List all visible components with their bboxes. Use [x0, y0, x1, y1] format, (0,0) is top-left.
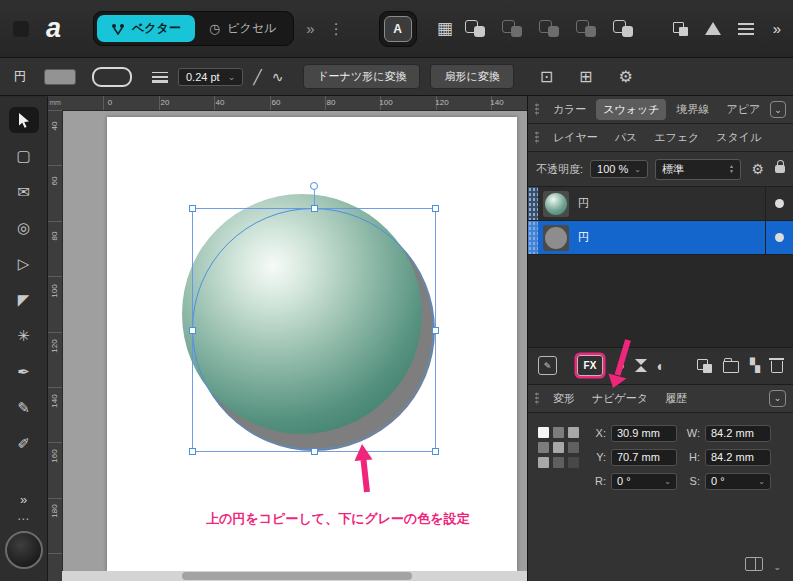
boolean-divide-icon[interactable] [576, 20, 596, 37]
selection-handle-n[interactable] [311, 205, 318, 212]
panel-collapse-chevron-icon[interactable]: ⌄ [769, 390, 786, 407]
pressure-profile-icon[interactable]: ∿ [272, 69, 284, 85]
gear-icon[interactable]: ⚙ [618, 67, 632, 86]
visibility-toggle-icon[interactable] [775, 233, 784, 242]
visibility-toggle-icon[interactable] [775, 199, 784, 208]
snapping-icon[interactable] [705, 22, 721, 35]
persona-tab-vector[interactable]: ベクター [97, 15, 195, 42]
edit-style-icon[interactable]: ✎ [538, 356, 557, 375]
shape-tool[interactable]: ◎ [9, 215, 39, 241]
boolean-intersect-icon[interactable] [539, 20, 559, 37]
move-tool[interactable] [9, 107, 39, 133]
tools-more-icon[interactable]: ⋯ [17, 512, 30, 526]
fill-color-well[interactable] [44, 69, 76, 85]
selection-handle-se[interactable] [432, 448, 439, 455]
tab-stroke[interactable]: 境界線 [669, 99, 716, 120]
x-field[interactable] [611, 425, 677, 442]
panel-collapse-chevron-icon[interactable]: ⌄ [770, 101, 786, 118]
alignment-options-icon[interactable] [738, 23, 754, 35]
ruler-mark: 80 [51, 229, 59, 243]
boolean-add-icon[interactable] [465, 20, 485, 37]
h-field[interactable] [705, 449, 771, 466]
tab-styles[interactable]: スタイル [709, 127, 768, 148]
artboard-tool[interactable]: ▢ [9, 143, 39, 169]
rotation-handle[interactable] [310, 182, 318, 190]
contour-tool[interactable]: ◤ [9, 287, 39, 313]
selection-handle-ne[interactable] [432, 205, 439, 212]
panel-grip[interactable] [535, 131, 539, 144]
opacity-dropdown[interactable]: 100 % ⌄ [590, 160, 648, 178]
selection-handle-e[interactable] [432, 327, 439, 334]
toolbar-overflow-chevron-icon[interactable]: » [773, 20, 781, 37]
stroke-width-dropdown[interactable]: 0.24 pt ⌄ [178, 68, 243, 86]
anchor-point-selector[interactable] [538, 427, 579, 468]
layer-gear-icon[interactable]: ⚙ [751, 161, 764, 177]
tab-appearance[interactable]: アピア [719, 99, 767, 120]
selection-handle-nw[interactable] [189, 205, 196, 212]
panel-grip[interactable] [535, 392, 539, 405]
studio-panel: カラー スウォッチ 境界線 アピア ⌄ レイヤー パス エフェク スタイル 不透… [527, 96, 793, 581]
persona-overflow-chevron-icon[interactable]: » [306, 20, 314, 37]
duplicate-layer-icon[interactable] [697, 359, 712, 373]
layer-row-sphere[interactable]: 円 [528, 187, 793, 221]
tab-history[interactable]: 履歴 [658, 388, 694, 409]
tab-effects[interactable]: エフェク [647, 127, 706, 148]
tab-navigator[interactable]: ナビゲータ [585, 388, 655, 409]
layer-effects-fx-button[interactable]: FX [577, 355, 603, 376]
w-field[interactable] [705, 425, 771, 442]
ruler-mark: 120 [51, 339, 59, 353]
style-picker-tool[interactable]: ✉ [9, 179, 39, 205]
insertion-target-icon[interactable]: ⊡ [540, 67, 553, 86]
checkerboard-icon[interactable]: ▚ [750, 358, 760, 373]
rotation-dropdown[interactable]: 0 ° ⌄ [611, 473, 677, 490]
panel-window-icon[interactable] [745, 557, 763, 571]
tab-swatches[interactable]: スウォッチ [596, 99, 666, 120]
node-tool[interactable]: ▷ [9, 251, 39, 277]
layer-grip[interactable] [528, 221, 538, 254]
lock-icon[interactable] [775, 165, 785, 173]
y-field[interactable] [611, 449, 677, 466]
snap-grid-icon[interactable]: ⊞ [579, 67, 592, 86]
top-toolbar: a ベクター ◷ ピクセル » ⋮ A ▦ [0, 0, 793, 58]
new-group-icon[interactable] [723, 361, 739, 373]
clip-hourglass-icon[interactable] [635, 359, 647, 372]
pen-tool[interactable]: ✒ [9, 359, 39, 385]
toolbar-menu-icon[interactable]: ⋮ [329, 20, 345, 38]
delete-layer-icon[interactable] [771, 361, 783, 373]
stroke-presets-icon[interactable] [152, 71, 168, 83]
boolean-combine-icon[interactable] [613, 20, 633, 37]
convert-to-pie-button[interactable]: 扇形に変換 [430, 64, 513, 89]
vector-crop-tool[interactable]: ✳ [9, 323, 39, 349]
ruler-mark: 160 [51, 449, 59, 463]
tab-transform[interactable]: 変形 [546, 388, 582, 409]
tab-paths[interactable]: パス [608, 127, 645, 148]
horizontal-scrollbar-thumb[interactable] [182, 572, 412, 580]
adjustment-icon[interactable]: ◐ [657, 358, 665, 374]
tab-layers[interactable]: レイヤー [546, 127, 605, 148]
persona-tab-pixel[interactable]: ◷ ピクセル [195, 15, 290, 42]
convert-to-donut-button[interactable]: ドーナツ形に変換 [303, 64, 420, 89]
panel-grip[interactable] [535, 103, 539, 116]
boolean-subtract-icon[interactable] [502, 20, 522, 37]
tab-color[interactable]: カラー [546, 99, 594, 120]
brush-tool[interactable]: ✐ [9, 431, 39, 457]
mask-circle-icon[interactable]: ● [617, 358, 625, 373]
selection-handle-s[interactable] [311, 448, 318, 455]
tools-expand-chevron-icon[interactable]: » [20, 492, 27, 507]
layer-row-gray-circle[interactable]: 円 [528, 221, 793, 255]
selection-handle-w[interactable] [189, 327, 196, 334]
pencil-icon: ✎ [17, 399, 30, 417]
color-selector-well[interactable] [5, 531, 43, 569]
stroke-style-well[interactable] [92, 67, 132, 87]
blend-mode-dropdown[interactable]: 標準 ▲▼ [655, 159, 741, 180]
scrollbar-corner [48, 571, 62, 581]
stroke-cap-icon[interactable]: ╱ [253, 69, 261, 85]
duplicate-arrange-icon[interactable] [673, 22, 688, 36]
layer-grip[interactable] [528, 187, 538, 220]
selection-handle-sw[interactable] [189, 448, 196, 455]
character-style-icon[interactable]: A [384, 16, 412, 42]
grid-options-icon[interactable]: ▦ [437, 18, 453, 39]
pencil-tool[interactable]: ✎ [9, 395, 39, 421]
shear-dropdown[interactable]: 0 ° ⌄ [705, 473, 771, 490]
panel-window-chevron-icon[interactable]: ⌄ [773, 562, 781, 572]
